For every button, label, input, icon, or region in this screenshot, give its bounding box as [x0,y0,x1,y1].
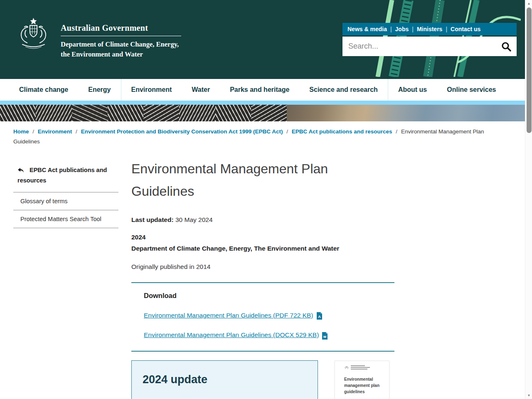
utility-separator: | [446,26,447,32]
document-thumbnail[interactable]: Environmental management plan guidelines [335,361,389,399]
last-updated-label: Last updated: [131,216,174,223]
publication-year: 2024 [131,234,394,241]
download-row-docx: Environmental Management Plan Guidelines… [144,320,382,340]
link-jobs[interactable]: Jobs [395,26,409,32]
page-title: Environmental Management Plan Guidelines [131,158,394,202]
nav-online-services[interactable]: Online services [437,79,506,101]
search-icon [501,41,512,52]
thumbnail-crest-logo [344,365,389,370]
utility-separator: | [412,26,414,32]
breadcrumb-separator: / [76,128,77,135]
link-contact-us[interactable]: Contact us [451,26,480,32]
content-area: EPBC Act publications and resources Glos… [0,148,525,399]
banner-coastal-photo [287,105,525,121]
accent-strip [0,101,525,105]
pdf-file-icon: A [316,312,323,321]
utility-nav: News & media | Jobs | Ministers | Contac… [342,23,517,35]
logo-text: Australian Government Department of Clim… [61,16,181,59]
last-updated: Last updated: 30 May 2024 [131,216,394,224]
search-button[interactable] [496,37,517,56]
breadcrumb: Home / Environment / Environment Protect… [0,121,525,148]
nav-energy[interactable]: Energy [78,79,121,101]
primary-nav: Climate change Energy Environment Water … [0,79,525,101]
nav-environment[interactable]: Environment [121,79,182,101]
thumbnail-title: Environmental management plan guidelines [344,376,381,395]
main-content: Environmental Management Plan Guidelines… [131,148,394,399]
thumbnail-logo-text-lines [351,365,370,370]
publication-department: Department of Climate Change, Energy, Th… [131,245,394,252]
nav-parks-heritage[interactable]: Parks and heritage [220,79,299,101]
svg-text:A: A [318,315,321,319]
breadcrumb-home[interactable]: Home [13,128,29,135]
logo-divider [61,36,181,36]
coat-of-arms-icon [14,16,53,55]
breadcrumb-separator: / [396,128,397,135]
originally-published: Originally published in 2014 [131,263,394,271]
download-pdf-link[interactable]: Environmental Management Plan Guidelines… [144,311,323,320]
download-docx-link[interactable]: Environmental Management Plan Guidelines… [144,331,328,340]
section-divider [131,282,394,283]
scrollbar-down-arrow[interactable]: ▼ [525,392,532,399]
banner-image [0,105,525,121]
dept-name: Department of Climate Change, Energy, th… [61,39,181,59]
nav-about-us[interactable]: About us [388,79,437,101]
thumbnail-crest-icon [344,365,349,370]
nav-science-research[interactable]: Science and research [299,79,388,101]
breadcrumb-environment[interactable]: Environment [38,128,72,135]
link-news-media[interactable]: News & media [347,26,387,32]
back-arrow-icon [17,167,26,174]
breadcrumb-separator: / [286,128,288,135]
nav-water[interactable]: Water [182,79,220,101]
utility-separator: | [390,26,392,32]
search-bar [342,37,517,56]
web-page: Australian Government Department of Clim… [0,0,525,399]
download-section: Download Environmental Management Plan G… [131,292,394,339]
scrollbar-up-arrow[interactable]: ▲ [525,0,532,7]
update-heading: 2024 update [143,373,307,386]
breadcrumb-epbc-act[interactable]: Environment Protection and Biodiversity … [81,128,283,135]
sidebar-back-link[interactable]: EPBC Act publications and resources [13,163,118,192]
sidebar: EPBC Act publications and resources Glos… [13,163,118,228]
word-file-icon: w [322,332,328,341]
update-row: 2024 update These guidelines have been t… [131,360,394,399]
browser-viewport: Australian Government Department of Clim… [0,0,532,399]
link-ministers[interactable]: Ministers [417,26,442,32]
sidebar-item-protected-matters[interactable]: Protected Matters Search Tool [13,210,118,228]
vertical-scrollbar[interactable]: ▲ ▼ [525,0,532,399]
site-header: Australian Government Department of Clim… [0,0,525,79]
download-heading: Download [144,292,382,300]
gov-name: Australian Government [61,23,181,33]
nav-climate-change[interactable]: Climate change [9,79,78,101]
section-divider [131,351,394,352]
sidebar-item-glossary[interactable]: Glossary of terms [13,192,118,210]
banner-line-art [0,105,287,121]
breadcrumb-separator: / [32,128,34,135]
svg-text:w: w [323,334,327,338]
search-input[interactable] [342,42,496,51]
scrollbar-thumb[interactable] [527,7,532,133]
department-logo[interactable]: Australian Government Department of Clim… [14,16,181,59]
last-updated-value: 30 May 2024 [175,216,213,223]
breadcrumb-publications[interactable]: EPBC Act publications and resources [292,128,392,135]
update-callout: 2024 update These guidelines have been t… [131,360,318,399]
download-row-pdf: Environmental Management Plan Guidelines… [144,300,382,320]
